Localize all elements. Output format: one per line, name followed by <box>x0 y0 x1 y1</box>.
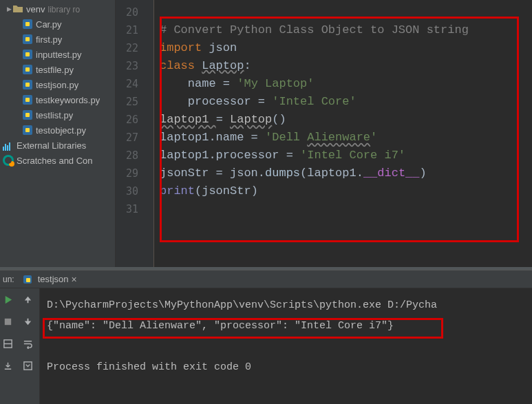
python-file-icon <box>23 275 32 284</box>
code-line[interactable] <box>160 200 532 218</box>
tree-file[interactable]: testfile.py <box>0 62 115 77</box>
tree-label: External Libraries <box>17 140 86 151</box>
tree-file[interactable]: testobject.py <box>0 123 115 138</box>
scratches-icon <box>3 155 14 166</box>
tree-scratches[interactable]: Scratches and Con <box>0 153 115 168</box>
tree-label: testjson.py <box>36 80 78 90</box>
code-line[interactable]: name = 'My Laptop' <box>160 75 532 93</box>
python-file-icon <box>22 94 33 105</box>
run-tool-window: un: testjson × <box>0 270 532 404</box>
folder-icon <box>12 3 23 14</box>
python-file-icon <box>22 79 33 90</box>
python-file-icon <box>22 49 33 60</box>
line-number-gutter[interactable]: 202122232425262728293031 <box>116 0 154 270</box>
library-icon <box>3 140 14 151</box>
code-line[interactable]: import json <box>160 39 532 57</box>
main-split: ▶ venvlibrary ro Car.pyfirst.pyinputtest… <box>0 0 532 270</box>
python-file-icon <box>22 19 33 30</box>
code-editor[interactable]: # Convert Python Class Object to JSON st… <box>154 0 532 270</box>
run-label: un: <box>3 275 14 284</box>
tree-file[interactable]: inputtest.py <box>0 47 115 62</box>
tree-label: venvlibrary ro <box>26 4 80 14</box>
tree-file[interactable]: first.py <box>0 32 115 47</box>
tree-file[interactable]: testkeywords.py <box>0 92 115 107</box>
run-tab-testjson[interactable]: testjson × <box>17 270 83 288</box>
console-output[interactable]: D:\PycharmProjects\MyPythonApp\venv\Scri… <box>40 288 532 404</box>
code-line[interactable]: print(jsonStr) <box>160 182 532 200</box>
caret-icon: ▶ <box>6 6 12 12</box>
code-line[interactable]: laptop1.processor = 'Intel Core i7' <box>160 147 532 164</box>
project-tree[interactable]: ▶ venvlibrary ro Car.pyfirst.pyinputtest… <box>0 0 116 270</box>
export-icon[interactable] <box>1 359 15 372</box>
stop-icon[interactable] <box>1 315 15 328</box>
soft-wrap-icon[interactable] <box>21 337 34 350</box>
down-arrow-icon[interactable] <box>21 315 34 328</box>
up-arrow-icon[interactable] <box>21 293 34 306</box>
code-line[interactable] <box>160 3 532 21</box>
tree-external-libraries[interactable]: External Libraries <box>0 138 115 153</box>
code-line[interactable]: laptop1.name = 'Dell Alienware' <box>160 129 532 147</box>
rerun-icon[interactable] <box>1 293 15 306</box>
tree-label: Car.py <box>36 19 62 30</box>
console-line: {"name": "Dell Alienware", "processor": … <box>47 316 529 337</box>
tree-label: testkeywords.py <box>36 95 100 105</box>
close-icon[interactable]: × <box>72 274 77 285</box>
svg-rect-0 <box>5 318 11 324</box>
console-line: D:\PycharmProjects\MyPythonApp\venv\Scri… <box>47 295 529 316</box>
tree-label: first.py <box>36 34 62 45</box>
code-line[interactable]: laptop1 = Laptop() <box>160 111 532 129</box>
python-file-icon <box>22 64 33 75</box>
python-file-icon <box>22 125 33 136</box>
tree-folder-venv[interactable]: ▶ venvlibrary ro <box>0 1 115 17</box>
tree-label: testfile.py <box>36 65 74 75</box>
scroll-to-end-icon[interactable] <box>21 359 34 372</box>
run-toolbar <box>0 288 40 404</box>
code-line[interactable]: # Convert Python Class Object to JSON st… <box>160 21 532 39</box>
console-line: Process finished with exit code 0 <box>47 357 529 378</box>
run-tabs: un: testjson × <box>0 270 532 288</box>
tree-label: testobject.py <box>36 125 86 136</box>
python-file-icon <box>22 34 33 45</box>
tree-label: inputtest.py <box>36 50 82 60</box>
code-line[interactable]: processor = 'Intel Core' <box>160 93 532 111</box>
tree-file[interactable]: testjson.py <box>0 77 115 92</box>
console-line <box>47 337 529 357</box>
tree-label: testlist.py <box>36 110 73 120</box>
tree-label: Scratches and Con <box>17 156 93 166</box>
code-line[interactable]: jsonStr = json.dumps(laptop1.__dict__) <box>160 164 532 182</box>
python-file-icon <box>22 109 33 120</box>
code-line[interactable]: class Laptop: <box>160 57 532 75</box>
tree-file[interactable]: Car.py <box>0 17 115 32</box>
run-tab-label: testjson <box>38 274 69 284</box>
tree-file[interactable]: testlist.py <box>0 107 115 123</box>
layout-icon[interactable] <box>1 337 15 350</box>
